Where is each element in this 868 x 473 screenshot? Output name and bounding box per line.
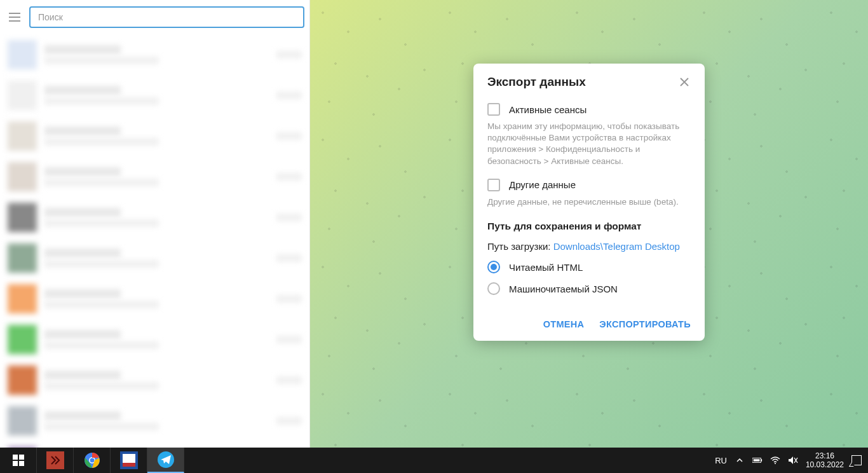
app-icon — [120, 451, 138, 469]
start-button[interactable] — [0, 448, 37, 473]
language-indicator[interactable]: RU — [715, 456, 727, 465]
dialog-header: Экспорт данных — [473, 64, 705, 98]
task-item[interactable] — [111, 448, 147, 473]
search-input[interactable] — [29, 6, 304, 28]
checkbox-row-other[interactable]: Другие данные — [487, 179, 691, 191]
chat-item[interactable] — [0, 34, 309, 75]
chat-item[interactable] — [0, 156, 309, 197]
wifi-icon[interactable] — [770, 455, 780, 465]
task-item-telegram[interactable] — [147, 448, 184, 473]
checkbox-label: Активные сеансы — [509, 104, 587, 115]
radio-json[interactable] — [487, 282, 500, 295]
time-text: 23:16 — [815, 451, 834, 460]
windows-icon — [13, 455, 24, 466]
path-row: Путь загрузки: Downloads\Telegram Deskto… — [487, 241, 691, 252]
radio-label: Машиночитаемый JSON — [509, 284, 618, 294]
svg-point-3 — [90, 458, 94, 463]
dialog-title: Экспорт данных — [487, 75, 586, 89]
app-window: Выберите, кому хотели бы написать Экспор… — [0, 0, 868, 448]
checkbox-sessions[interactable] — [487, 103, 500, 116]
radio-label: Читаемый HTML — [509, 262, 583, 273]
chat-item[interactable] — [0, 319, 309, 360]
svg-rect-10 — [754, 459, 760, 462]
clock[interactable]: 23:16 10.03.2022 — [806, 451, 844, 470]
description-text: Другие данные, не перечисленные выше (be… — [487, 196, 691, 208]
chat-item[interactable] — [0, 278, 309, 319]
battery-icon[interactable] — [752, 455, 763, 465]
task-item[interactable] — [37, 448, 74, 473]
telegram-icon — [157, 451, 175, 469]
system-tray: RU 23:16 10.03.2022 — [709, 451, 868, 470]
path-link[interactable]: Downloads\Telegram Desktop — [553, 241, 680, 252]
menu-button[interactable] — [5, 8, 24, 27]
chat-item[interactable] — [0, 441, 309, 448]
app-icon — [46, 451, 64, 469]
taskbar-left — [0, 448, 184, 473]
volume-icon[interactable] — [788, 455, 798, 465]
export-dialog: Экспорт данных Активные сеансы Мы храним… — [473, 64, 705, 341]
chat-list[interactable] — [0, 34, 309, 448]
chrome-icon — [83, 451, 101, 469]
radio-row-json[interactable]: Машиночитаемый JSON — [487, 282, 691, 295]
close-button[interactable] — [678, 76, 691, 88]
chat-item[interactable] — [0, 360, 309, 401]
checkbox-label: Другие данные — [509, 179, 576, 190]
taskbar[interactable]: RU 23:16 10.03.2022 — [0, 448, 868, 473]
svg-rect-5 — [123, 454, 135, 463]
checkbox-row-sessions[interactable]: Активные сеансы — [487, 103, 691, 116]
chat-item[interactable] — [0, 75, 309, 116]
radio-html[interactable] — [487, 261, 500, 273]
date-text: 10.03.2022 — [806, 460, 844, 469]
path-label: Путь загрузки: — [487, 241, 553, 252]
tray-chevron-icon[interactable] — [735, 455, 745, 465]
close-icon — [680, 78, 689, 86]
dialog-footer: ОТМЕНА ЭКСПОРТИРОВАТЬ — [473, 310, 705, 341]
chat-item[interactable] — [0, 197, 309, 238]
section-title: Путь для сохранения и формат — [487, 221, 691, 232]
sidebar-header — [0, 0, 309, 34]
checkbox-other[interactable] — [487, 179, 500, 191]
chat-item[interactable] — [0, 401, 309, 441]
dialog-body[interactable]: Активные сеансы Мы храним эту информацию… — [473, 98, 705, 310]
description-text: Мы храним эту информацию, чтобы показыва… — [487, 121, 691, 167]
svg-rect-9 — [761, 459, 762, 462]
svg-point-11 — [775, 463, 776, 464]
chat-item[interactable] — [0, 238, 309, 278]
dialog-overlay: Экспорт данных Активные сеансы Мы храним… — [310, 0, 868, 448]
export-button[interactable]: ЭКСПОРТИРОВАТЬ — [599, 319, 691, 329]
notification-icon[interactable] — [851, 455, 862, 465]
chat-item[interactable] — [0, 116, 309, 156]
cancel-button[interactable]: ОТМЕНА — [543, 319, 585, 329]
radio-row-html[interactable]: Читаемый HTML — [487, 261, 691, 273]
main-area: Выберите, кому хотели бы написать Экспор… — [310, 0, 868, 448]
svg-rect-6 — [123, 463, 135, 467]
sidebar — [0, 0, 310, 448]
task-item-chrome[interactable] — [74, 448, 111, 473]
